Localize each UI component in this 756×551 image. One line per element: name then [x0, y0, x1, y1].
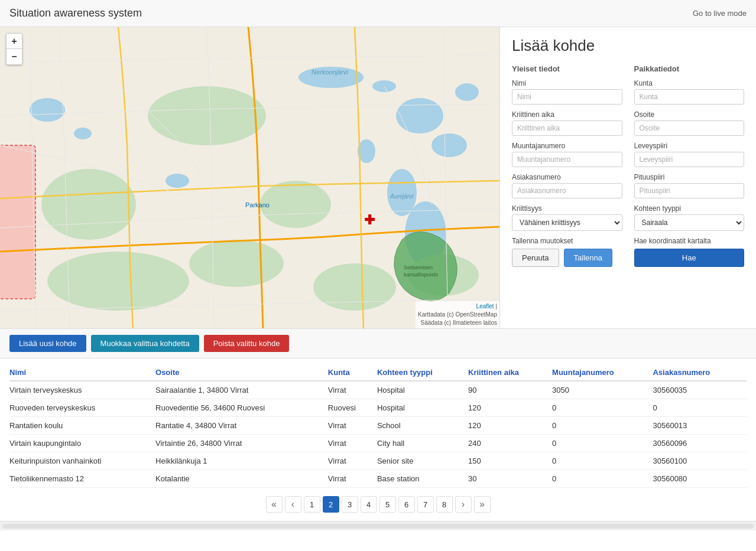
map-attribution-line2: Säädata (c) Ilmatieteen laitos [420, 319, 497, 326]
table-cell: Heikkilänkuja 1 [155, 452, 328, 470]
table-cell: Sairaalantie 1, 34800 Virrat [155, 381, 328, 399]
leveyspiiri-input[interactable] [634, 152, 745, 167]
muuntajanumero-label: Muuntajanumero [512, 142, 622, 150]
zoom-out-button[interactable]: − [7, 49, 22, 64]
map-label-parkano: Parkano [245, 201, 270, 208]
table-cell: 0 [552, 399, 653, 417]
col-asiakasnumero[interactable]: Asiakasnumero [653, 364, 747, 381]
table-cell: 90 [468, 381, 552, 399]
page-3-button[interactable]: 3 [342, 496, 358, 513]
table-row[interactable]: Virtain terveyskeskusSairaalantie 1, 348… [9, 381, 747, 399]
svg-point-13 [148, 86, 266, 145]
asiakasnumero-input[interactable] [512, 183, 622, 198]
kohteen-tyyppi-group: Kohteen tyyppi Sairaala Koulu Kaupungint… [634, 204, 745, 231]
first-page-button[interactable]: « [266, 496, 283, 513]
page-7-button[interactable]: 7 [417, 496, 434, 513]
asiakasnumero-group: Asiakasnumero [512, 173, 622, 198]
page-1-button[interactable]: 1 [304, 496, 320, 513]
pituuspiiri-input[interactable] [634, 183, 745, 198]
nimi-input[interactable] [512, 89, 622, 105]
table-cell: 30560100 [653, 452, 747, 470]
muuntajanumero-input[interactable] [512, 152, 622, 167]
next-page-button[interactable]: › [455, 496, 472, 513]
svg-point-16 [313, 263, 396, 311]
right-panel: Lisää kohde Yleiset tiedot Nimi Kriittin… [499, 27, 756, 328]
save-btn-row: Peruuta Tallenna [512, 249, 622, 267]
table-cell: Senior site [377, 452, 468, 470]
table-cell: 120 [468, 399, 552, 417]
col-kriittinen-aika[interactable]: Kriittinen aika [468, 364, 552, 381]
page-2-button[interactable]: 2 [323, 496, 339, 513]
page-6-button[interactable]: 6 [398, 496, 415, 513]
last-page-button[interactable]: » [474, 496, 491, 513]
table-cell: Tietoliikennemasto 12 [9, 470, 155, 488]
page-4-button[interactable]: 4 [361, 496, 377, 513]
top-section: Parkano Nerkoonjärvi Aurejärvi Seitsemis… [0, 27, 756, 328]
page-5-button[interactable]: 5 [379, 496, 396, 513]
save-button[interactable]: Tallenna [564, 249, 612, 267]
svg-text:kansallispuisto: kansallispuisto [404, 272, 439, 278]
table-cell: Hospital [377, 381, 468, 399]
zoom-in-button[interactable]: + [7, 34, 22, 49]
cancel-button[interactable]: Peruuta [512, 249, 559, 267]
table-cell: Hospital [377, 399, 468, 417]
map-container[interactable]: Parkano Nerkoonjärvi Aurejärvi Seitsemis… [0, 27, 499, 328]
table-header-row: Nimi Osoite Kunta Kohteen tyyppi Kriitti… [9, 364, 747, 381]
edit-selected-button[interactable]: Muokkaa valittua kohdetta [91, 335, 199, 352]
col-kohteen-tyyppi[interactable]: Kohteen tyyppi [377, 364, 468, 381]
col-kunta[interactable]: Kunta [328, 364, 377, 381]
osoite-input[interactable] [634, 120, 745, 136]
table-cell: Virrat [328, 452, 377, 470]
search-coordinates-button[interactable]: Hae [634, 249, 745, 267]
data-table-container: Nimi Osoite Kunta Kohteen tyyppi Kriitti… [0, 358, 756, 488]
col-muuntajanumero[interactable]: Muuntajanumero [552, 364, 653, 381]
map-controls: + − [6, 33, 22, 65]
svg-text:Seitsemisen: Seitsemisen [404, 265, 433, 270]
leaflet-link[interactable]: Leaflet [476, 303, 494, 309]
table-row[interactable]: Virtain kaupungintaloVirtaintie 26, 3480… [9, 435, 747, 452]
location-info-label: Paikkatiedot [634, 64, 745, 73]
scrollbar-track [2, 524, 754, 529]
svg-point-11 [455, 83, 479, 101]
kriittinen-aika-group: Kriittinen aika [512, 110, 622, 136]
kunta-input[interactable] [634, 89, 745, 105]
table-row[interactable]: Keiturinpuiston vanhainkotiHeikkilänkuja… [9, 452, 747, 470]
kriittinen-aika-input[interactable] [512, 120, 622, 136]
table-cell: Ruoveden terveyskeskus [9, 399, 155, 417]
kohteen-tyyppi-select[interactable]: Sairaala Koulu Kaupungintalo Vanhankoti … [634, 214, 745, 231]
header: Situation awareness system Go to live mo… [0, 0, 756, 27]
table-cell: 30560096 [653, 435, 747, 452]
table-row[interactable]: Tietoliikennemasto 12KotalantieVirratBas… [9, 470, 747, 488]
general-info-column: Yleiset tiedot Nimi Kriittinen aika Muun… [512, 64, 622, 273]
table-cell: 3050 [552, 381, 653, 399]
live-mode-link[interactable]: Go to live mode [693, 9, 747, 18]
bottom-scrollbar[interactable] [0, 521, 756, 530]
table-cell: 30560013 [653, 417, 747, 435]
col-nimi[interactable]: Nimi [9, 364, 155, 381]
table-cell: Ruovedentie 56, 34600 Ruovesi [155, 399, 328, 417]
prev-page-button[interactable]: ‹ [285, 496, 301, 513]
page-8-button[interactable]: 8 [436, 496, 453, 513]
table-row[interactable]: Ruoveden terveyskeskusRuovedentie 56, 34… [9, 399, 747, 417]
table-cell: Virrat [328, 435, 377, 452]
data-table: Nimi Osoite Kunta Kohteen tyyppi Kriitti… [9, 364, 747, 488]
asiakasnumero-label: Asiakasnumero [512, 173, 622, 181]
add-new-button[interactable]: Lisää uusi kohde [9, 335, 86, 352]
table-cell: 0 [552, 452, 653, 470]
pagination: « ‹ 1 2 3 4 5 6 7 8 › » [0, 488, 756, 521]
svg-rect-19 [0, 145, 35, 299]
app-title: Situation awareness system [9, 7, 142, 19]
table-cell: Kotalantie [155, 470, 328, 488]
table-cell: Ruovesi [328, 399, 377, 417]
table-row[interactable]: Rantatien kouluRantatie 4, 34800 VirratV… [9, 417, 747, 435]
col-osoite[interactable]: Osoite [155, 364, 328, 381]
map-marker[interactable]: ✚ [364, 214, 375, 227]
bottom-toolbar: Lisää uusi kohde Muokkaa valittua kohdet… [0, 328, 756, 358]
pituuspiiri-label: Pituuspiiri [634, 173, 745, 181]
svg-point-9 [30, 98, 65, 122]
table-cell: Base station [377, 470, 468, 488]
kriittisyys-select[interactable]: Vähäinen kriittisyys Kohtalainen kriitti… [512, 214, 622, 231]
table-cell: 30560080 [653, 470, 747, 488]
delete-selected-button[interactable]: Poista valittu kohde [204, 335, 290, 352]
table-cell: Virtain terveyskeskus [9, 381, 155, 399]
